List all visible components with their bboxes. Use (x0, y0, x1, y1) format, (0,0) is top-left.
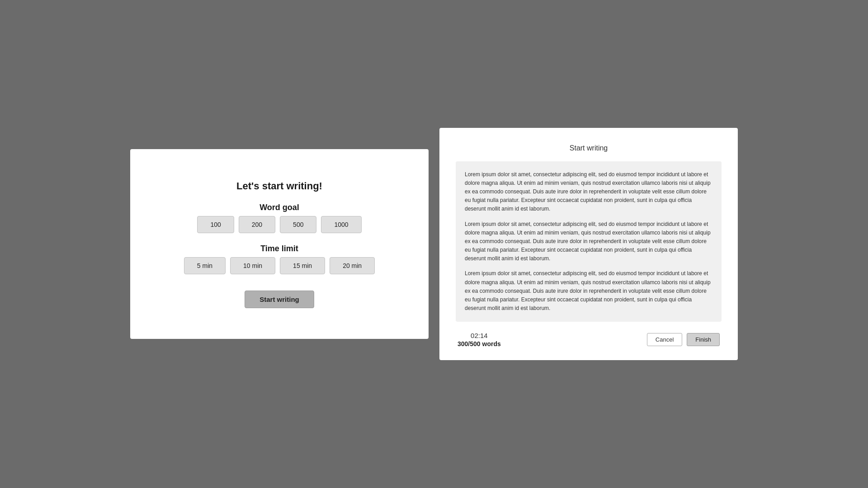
start-writing-button[interactable]: Start writing (245, 291, 314, 308)
time-limit-options: 5 min 10 min 15 min 20 min (184, 257, 375, 274)
word-goal-section: Word goal 100 200 500 1000 (148, 203, 410, 233)
timer-words-group: 02:14 300/500 words (458, 332, 501, 347)
panels-container: Let's start writing! Word goal 100 200 5… (130, 128, 738, 361)
lorem-paragraph-2: Lorem ipsum dolor sit amet, consectetur … (465, 220, 712, 263)
word-option-1000[interactable]: 1000 (321, 216, 361, 233)
writing-panel: Start writing Lorem ipsum dolor sit amet… (439, 128, 738, 361)
action-buttons: Cancel Finish (647, 333, 720, 346)
setup-title: Let's start writing! (236, 180, 322, 192)
time-option-5[interactable]: 5 min (184, 257, 226, 274)
time-limit-section: Time limit 5 min 10 min 15 min 20 min (148, 244, 410, 274)
time-limit-label: Time limit (260, 244, 298, 253)
timer-display: 02:14 (471, 332, 488, 339)
setup-panel: Let's start writing! Word goal 100 200 5… (130, 149, 429, 339)
word-goal-options: 100 200 500 1000 (197, 216, 361, 233)
time-option-15[interactable]: 15 min (280, 257, 325, 274)
writing-area[interactable]: Lorem ipsum dolor sit amet, consectetur … (456, 161, 722, 322)
word-count-display: 300/500 words (458, 340, 501, 347)
finish-button[interactable]: Finish (687, 333, 720, 346)
time-option-20[interactable]: 20 min (330, 257, 375, 274)
time-option-10[interactable]: 10 min (230, 257, 275, 274)
lorem-paragraph-1: Lorem ipsum dolor sit amet, consectetur … (465, 170, 712, 214)
word-option-100[interactable]: 100 (197, 216, 234, 233)
status-bar: 02:14 300/500 words Cancel Finish (456, 332, 722, 347)
writing-panel-title: Start writing (570, 144, 608, 152)
cancel-button[interactable]: Cancel (647, 333, 682, 346)
word-option-200[interactable]: 200 (239, 216, 275, 233)
word-option-500[interactable]: 500 (280, 216, 316, 233)
word-goal-label: Word goal (259, 203, 299, 212)
lorem-paragraph-3: Lorem ipsum dolor sit amet, consectetur … (465, 269, 712, 313)
